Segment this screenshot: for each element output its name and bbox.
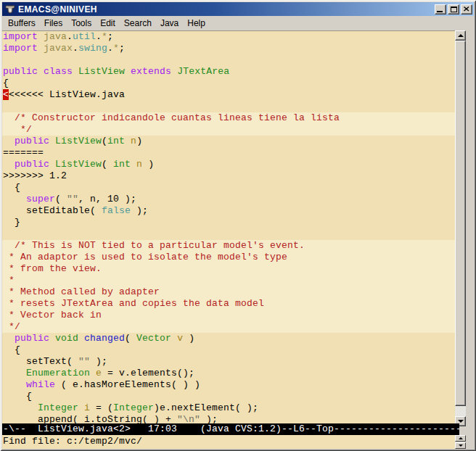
minimize-button[interactable] — [435, 4, 446, 15]
minibuffer-scrollbar[interactable] — [455, 435, 466, 449]
arrow-down-icon — [459, 444, 463, 447]
code-token: * — [102, 31, 107, 42]
code-line: super( "", n, 10 ); — [2, 194, 455, 205]
code-token: i — [84, 402, 90, 413]
code-token — [78, 402, 84, 413]
code-line: * — [2, 275, 455, 286]
code-token: "" — [67, 194, 78, 204]
code-token: ListView — [55, 159, 102, 170]
code-line: /* Constructor indicandole cuantas linea… — [2, 112, 455, 124]
code-token: ( e.hasMoreElements( ) ) — [55, 379, 200, 390]
title-bar[interactable]: EMACS@NINIVEH — [2, 2, 474, 16]
menu-item-help[interactable]: Help — [183, 16, 210, 30]
minibuffer-input[interactable]: Find file: c:/temp2/mvc/ — [2, 435, 455, 449]
code-line: public ListView(int n) — [2, 136, 455, 147]
arrow-down-icon — [458, 420, 464, 423]
code-token: * Vector back in — [3, 310, 102, 320]
code-token: e — [96, 368, 102, 378]
code-token: { — [3, 78, 9, 88]
menu-item-java[interactable]: Java — [156, 16, 183, 30]
mode-line: -\-- ListView.java<2> 17:03 (Java CVS:1.… — [2, 423, 459, 435]
code-token: Integer — [113, 402, 154, 413]
code-line: import javax.swing.*; — [2, 43, 455, 54]
emacs-app-icon — [4, 4, 16, 15]
code-token: public — [15, 136, 49, 146]
code-line: setText( "" ); — [2, 356, 455, 368]
code-token: * — [113, 43, 119, 54]
menu-item-buffers[interactable]: Buffers — [4, 16, 40, 30]
code-token — [125, 136, 131, 146]
code-line: { — [2, 78, 455, 89]
code-token: ( — [102, 159, 113, 170]
menu-item-search[interactable]: Search — [120, 16, 156, 30]
minibuffer-scroll-up-button[interactable] — [455, 435, 466, 442]
code-token — [78, 333, 84, 344]
code-token — [90, 368, 96, 378]
code-token: */ — [3, 321, 20, 332]
code-token — [131, 159, 136, 170]
code-token: v — [177, 333, 183, 344]
code-token: Integer — [38, 402, 78, 413]
arrow-up-icon — [458, 34, 464, 37]
editor-buffer[interactable]: import java.util.*;import javax.swing.*;… — [2, 30, 455, 423]
code-token: while — [26, 379, 55, 390]
code-line: while ( e.hasMoreElements( ) ) — [2, 379, 455, 391]
code-token: * resets JTextArea and copies the data m… — [3, 298, 264, 309]
code-token: ) — [142, 159, 154, 170]
code-token — [49, 136, 55, 146]
code-token: javax — [44, 43, 73, 54]
code-token: ) — [183, 333, 194, 344]
code-token: int — [107, 136, 125, 146]
code-token: ); — [200, 414, 218, 423]
code-token: super — [26, 194, 55, 204]
code-line: /* This is NOT tied to a particular mode… — [2, 240, 455, 252]
code-token: false — [102, 205, 131, 216]
text-cursor: < — [3, 89, 9, 100]
code-token: */ — [3, 124, 32, 135]
caption-buttons — [435, 4, 472, 15]
code-token: ListView — [78, 66, 125, 77]
scrollbar-thumb[interactable] — [455, 41, 466, 406]
minibuffer-scroll-down-button[interactable] — [455, 442, 466, 449]
menu-item-files[interactable]: Files — [40, 16, 67, 30]
code-token — [38, 43, 44, 54]
code-token — [38, 66, 44, 77]
code-token: = ( — [90, 402, 113, 413]
code-line: Integer i = (Integer)e.nextElement( ); — [2, 402, 455, 414]
code-line: import java.util.*; — [2, 31, 455, 43]
code-token: Enumeration — [26, 368, 90, 378]
code-token: ); — [131, 205, 148, 216]
code-token: ListView — [55, 136, 102, 146]
code-token — [125, 66, 131, 77]
scrollbar-track[interactable] — [455, 406, 466, 416]
scrollbar[interactable] — [455, 30, 466, 426]
code-token: ; — [119, 43, 125, 54]
code-token — [3, 368, 26, 378]
code-token: ( — [55, 194, 67, 204]
code-token: ); — [90, 356, 107, 367]
arrow-up-icon — [459, 437, 463, 439]
code-line: * Vector back in — [2, 310, 455, 321]
close-button[interactable] — [461, 4, 472, 15]
menu-item-edit[interactable]: Edit — [96, 16, 120, 30]
code-token — [3, 333, 15, 344]
emacs-window: EMACS@NINIVEH BuffersFilesToolsEditSearc… — [0, 0, 476, 451]
menu-item-tools[interactable]: Tools — [67, 16, 96, 30]
code-token: . — [96, 31, 102, 42]
code-token — [3, 379, 26, 390]
code-line: * resets JTextArea and copies the data m… — [2, 298, 455, 310]
code-line — [2, 101, 455, 112]
maximize-button[interactable] — [448, 4, 459, 15]
code-token: ; — [107, 31, 113, 42]
code-token: <<<<<< ListView.java — [9, 89, 125, 100]
code-token: java — [44, 31, 67, 42]
code-token: public — [15, 159, 49, 170]
code-token: ( — [125, 333, 136, 344]
code-token: , n, 10 ); — [78, 194, 136, 204]
code-line: */ — [2, 321, 455, 333]
scrollbar-up-button[interactable] — [455, 30, 466, 41]
code-token — [3, 136, 15, 146]
code-token — [3, 402, 38, 413]
code-token: "" — [78, 356, 90, 367]
code-token: = v.elements(); — [102, 368, 194, 378]
